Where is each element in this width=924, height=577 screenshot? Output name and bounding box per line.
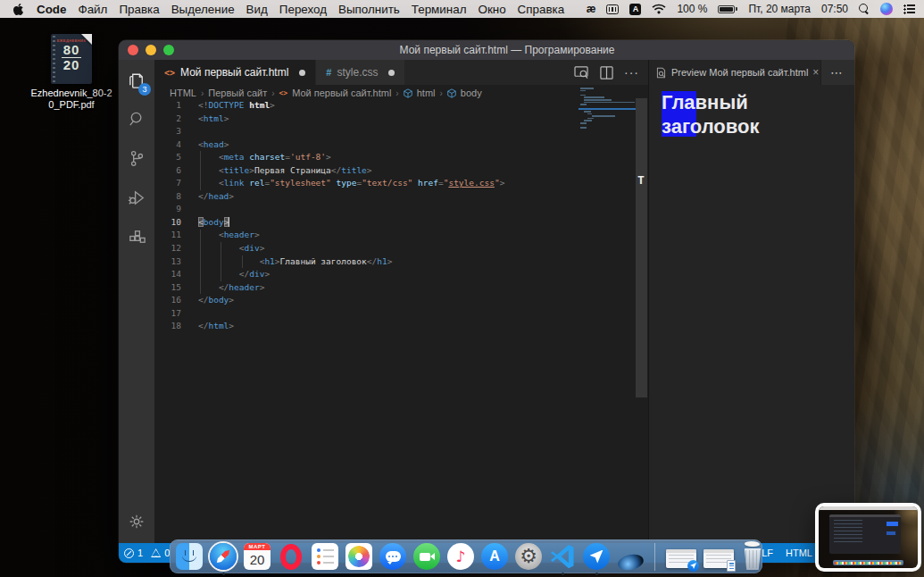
dock-messages-icon[interactable] <box>379 543 406 570</box>
minimap-line <box>580 95 586 96</box>
dock-appstore-icon[interactable]: A <box>481 543 508 570</box>
dock-lamp-icon[interactable] <box>617 543 644 570</box>
code-line[interactable]: <html> <box>198 113 579 126</box>
spotlight-icon[interactable] <box>859 4 870 14</box>
search-icon[interactable] <box>119 99 154 138</box>
close-preview-icon[interactable]: × <box>812 66 819 79</box>
siri-icon[interactable] <box>880 3 893 15</box>
preview-more-icon[interactable]: ⋯ <box>830 65 854 79</box>
editor-tabbar: <> Мой первый сайт.html # style.css ··· <box>154 60 648 85</box>
menu-5[interactable]: Переход <box>279 3 327 16</box>
tab-style-css[interactable]: # style.css <box>316 60 405 85</box>
preview-tab[interactable]: Preview Мой первый сайт.html × <box>649 60 821 85</box>
code-line[interactable]: <div> <box>198 242 579 255</box>
dock-reminders-icon[interactable] <box>312 543 338 570</box>
more-actions-icon[interactable]: ··· <box>624 65 639 79</box>
settings-gear-icon[interactable] <box>119 502 154 541</box>
dock-minimized-window-1[interactable] <box>666 549 696 568</box>
line-number: 5 <box>154 151 181 164</box>
code-line[interactable]: <head> <box>198 138 579 152</box>
dock-opera-icon[interactable] <box>278 543 304 570</box>
error-count[interactable]: 1 <box>137 548 143 558</box>
menu-9[interactable]: Справка <box>518 3 565 16</box>
breadcrumb-item[interactable]: Мой первый сайт.html <box>292 88 391 98</box>
code-line[interactable]: </header> <box>198 281 579 295</box>
menu-7[interactable]: Терминал <box>412 3 467 16</box>
screenshot-thumbnail[interactable] <box>815 503 921 572</box>
code-line[interactable] <box>198 307 579 321</box>
lang-icon[interactable]: A <box>629 4 641 15</box>
menu-4[interactable]: Вид <box>246 3 268 16</box>
breadcrumb-item[interactable]: body <box>461 88 482 98</box>
code-line[interactable]: <link rel="stylesheet" type="text/css" h… <box>198 177 579 190</box>
input-source-indicator[interactable]: æ <box>587 3 596 15</box>
dock-photos-icon[interactable] <box>345 543 372 570</box>
indent-guide <box>221 242 221 281</box>
wifi-icon[interactable] <box>652 4 666 14</box>
code-line[interactable] <box>198 125 579 138</box>
menu-app[interactable]: Code <box>37 3 66 16</box>
minimap-line <box>584 99 612 101</box>
breadcrumb-item[interactable]: HTML <box>170 88 196 98</box>
window-titlebar[interactable]: Мой первый сайт.html — Програмирование <box>119 40 854 60</box>
dock-finder-icon[interactable] <box>176 543 203 570</box>
code-line[interactable]: <meta charset='utf-8'> <box>198 151 579 164</box>
notification-center-icon[interactable] <box>903 4 915 14</box>
explorer-icon[interactable]: 3 <box>119 60 154 99</box>
run-debug-icon[interactable] <box>119 178 154 217</box>
minimize-window-button[interactable] <box>146 45 156 55</box>
pdf-cover-20: 20 <box>62 57 81 72</box>
minimap-current-line <box>579 108 636 110</box>
menu-time[interactable]: 07:50 <box>821 3 848 15</box>
dock-facetime-icon[interactable] <box>413 543 440 570</box>
minimap[interactable] <box>579 85 636 543</box>
breadcrumb-item[interactable]: Первый сайт <box>208 88 267 98</box>
code-editor[interactable]: 123456789101112131415161718 <!DOCTYPE ht… <box>154 99 579 543</box>
warning-icon[interactable] <box>151 548 161 557</box>
code-line[interactable]: </html> <box>198 320 579 333</box>
preview-panel: Preview Мой первый сайт.html × ⋯ Главный… <box>648 60 854 543</box>
dock-safari-icon[interactable] <box>210 543 237 570</box>
language-mode[interactable]: HTML <box>786 548 812 558</box>
breadcrumb-item[interactable]: html <box>417 88 436 98</box>
menu-date[interactable]: Пт, 20 марта <box>748 3 811 15</box>
code-line[interactable]: <h1>Главный заголовок</h1> <box>198 255 579 269</box>
keyboard-icon[interactable] <box>606 4 619 14</box>
apple-menu-icon[interactable] <box>12 3 24 16</box>
code-line[interactable]: </div> <box>198 268 579 281</box>
dock-system-preferences-icon[interactable]: ⚙ <box>515 543 542 570</box>
menu-3[interactable]: Выделение <box>171 3 235 16</box>
code-line[interactable] <box>198 203 579 216</box>
source-control-icon[interactable] <box>119 138 154 178</box>
open-preview-icon[interactable] <box>574 66 589 79</box>
unsaved-dot[interactable] <box>299 70 305 76</box>
split-editor-icon[interactable] <box>600 66 613 79</box>
editor-scrollbar[interactable] <box>636 98 647 397</box>
code-line[interactable]: <body> <box>198 216 579 230</box>
menu-6[interactable]: Выполнить <box>338 3 400 16</box>
code-line[interactable]: </head> <box>198 190 579 204</box>
zoom-window-button[interactable] <box>163 45 174 55</box>
breadcrumb-separator: › <box>271 88 274 98</box>
extensions-icon[interactable] <box>119 217 154 256</box>
dock-spark-icon[interactable] <box>583 543 610 570</box>
menu-2[interactable]: Правка <box>119 3 159 16</box>
dock-calendar-icon[interactable]: МАРТ 20 <box>244 543 271 570</box>
code-line[interactable]: </body> <box>198 294 579 307</box>
unsaved-dot[interactable] <box>388 70 395 76</box>
calendar-day: 20 <box>244 550 271 569</box>
dock-minimized-window-2[interactable] <box>703 549 734 568</box>
code-line[interactable]: <!DOCTYPE html> <box>198 99 579 113</box>
dock-vscode-icon[interactable] <box>549 543 576 570</box>
close-window-button[interactable] <box>128 45 138 55</box>
tab-moy-perviy-sayt[interactable]: <> Мой первый сайт.html <box>154 60 316 85</box>
menu-8[interactable]: Окно <box>478 3 505 16</box>
error-icon[interactable] <box>124 548 134 558</box>
code-line[interactable]: <title>Первая Страница</title> <box>198 164 579 178</box>
dock-music-icon[interactable]: ♪ <box>447 543 474 570</box>
dock-trash-icon[interactable] <box>741 543 764 570</box>
code-line[interactable]: <header> <box>198 229 579 242</box>
menu-1[interactable]: Файл <box>78 3 107 16</box>
preview-header: Preview Мой первый сайт.html × ⋯ <box>649 60 854 85</box>
desktop-file-ezhednevnik[interactable]: ЕЖЕДНЕВНИК 80 20 Ezhednevnik_80-2 0_PDF.… <box>22 34 121 111</box>
